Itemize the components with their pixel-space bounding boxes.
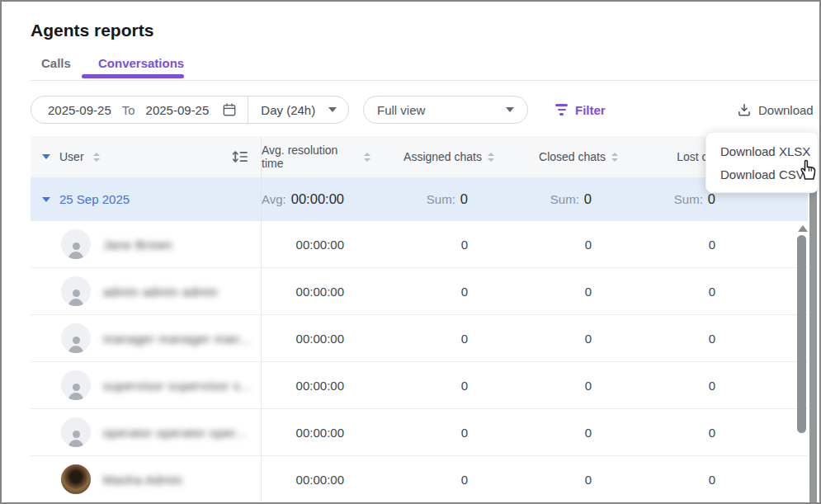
avg-resolution-time-cell: 00:00:00	[262, 426, 385, 440]
table-row: Masha Admin 00:00:00 0 0 0	[31, 456, 808, 503]
table-row: manager manager man... 00:00:00 0 0 0	[31, 315, 808, 362]
agents-table: User Avg. resolution time	[31, 136, 808, 503]
scroll-up-arrow-icon[interactable]	[798, 225, 808, 232]
avatar	[61, 370, 91, 400]
pill-divider	[248, 97, 248, 123]
avg-resolution-time-cell: 00:00:00	[262, 332, 385, 346]
download-icon	[737, 102, 752, 117]
agent-name-blurred: manager manager man...	[103, 332, 251, 346]
sum-value: 0	[584, 191, 592, 207]
sum-label: Sum:	[674, 192, 703, 206]
closed-chats-cell: 0	[509, 238, 633, 252]
avatar	[61, 229, 91, 259]
agent-name-blurred: admin admin admin	[103, 285, 218, 299]
chevron-down-icon	[506, 107, 514, 112]
column-header-user[interactable]: User	[31, 136, 262, 177]
collapse-group-icon[interactable]	[42, 197, 50, 202]
view-select[interactable]: Full view	[363, 96, 528, 124]
avg-resolution-time-cell: 00:00:00	[262, 285, 385, 299]
sum-label: Sum:	[427, 192, 455, 206]
avatar	[61, 276, 91, 306]
avg-resolution-time-cell: 00:00:00	[262, 473, 385, 487]
sort-icon	[364, 153, 370, 162]
agents-reports-window: Agents reports Calls Conversations 2025-…	[0, 0, 821, 504]
lost-chats-cell: 0	[633, 285, 757, 299]
avatar	[61, 417, 91, 447]
filter-label: Filter	[575, 103, 606, 117]
agent-name-blurred: supervisor supervisor s...	[103, 379, 252, 393]
date-group-summary-row: 25 Sep 2025 Avg: 00:00:00 Sum: 0 Sum: 0 …	[31, 177, 808, 221]
group-date: 25 Sep 2025	[59, 192, 130, 206]
table-header-row: User Avg. resolution time	[31, 136, 808, 177]
table-row: admin admin admin 00:00:00 0 0 0	[31, 268, 808, 315]
lost-chats-cell: 0	[633, 332, 757, 346]
closed-chats-cell: 0	[509, 332, 633, 346]
avatar	[61, 323, 91, 353]
agent-name-blurred: Masha Admin	[103, 473, 182, 487]
agent-name-blurred: operator operator oper...	[103, 426, 247, 440]
download-button[interactable]: Download	[737, 96, 814, 124]
date-from-value[interactable]: 2025-09-25	[48, 103, 111, 117]
row-density-icon[interactable]	[232, 150, 248, 163]
assigned-chats-cell: 0	[385, 285, 509, 299]
table-row: Jane Brown 00:00:00 0 0 0	[31, 221, 808, 268]
column-header-assigned-chats[interactable]: Assigned chats	[385, 150, 509, 163]
closed-chats-cell: 0	[509, 379, 633, 393]
lost-chats-cell: 0	[633, 379, 757, 393]
sum-value: 0	[460, 191, 468, 207]
menu-item-download-csv[interactable]: Download CSV	[706, 163, 818, 186]
assigned-chats-cell: 0	[385, 238, 509, 252]
column-header-closed-chats[interactable]: Closed chats	[509, 150, 633, 163]
download-label: Download	[758, 103, 814, 117]
page-title: Agents reports	[31, 21, 153, 40]
active-tab-indicator	[82, 74, 184, 78]
table-row: operator operator oper... 00:00:00 0 0 0	[31, 409, 808, 456]
assigned-chats-cell: 0	[385, 379, 509, 393]
collapse-group-icon[interactable]	[42, 154, 50, 159]
lost-chats-cell: 0	[633, 426, 757, 440]
tab-calls[interactable]: Calls	[41, 56, 71, 70]
closed-chats-cell: 0	[509, 473, 633, 487]
assigned-chats-cell: 0	[385, 473, 509, 487]
avg-resolution-time-cell: 00:00:00	[262, 379, 385, 393]
tab-conversations[interactable]: Conversations	[98, 56, 184, 70]
table-scrollbar-thumb[interactable]	[797, 235, 806, 433]
avg-value: 00:00:00	[291, 191, 344, 207]
column-label: User	[59, 150, 84, 163]
column-label: Avg. resolution time	[262, 144, 358, 170]
column-header-avg-resolution-time[interactable]: Avg. resolution time	[262, 144, 385, 170]
menu-item-download-xlsx[interactable]: Download XLSX	[706, 139, 818, 163]
column-label: Closed chats	[539, 150, 606, 163]
chevron-down-icon	[328, 107, 337, 112]
filter-button[interactable]: Filter	[555, 96, 606, 124]
closed-chats-cell: 0	[509, 426, 633, 440]
table-row: supervisor supervisor s... 00:00:00 0 0 …	[31, 362, 808, 409]
lost-chats-cell: 0	[633, 238, 757, 252]
agent-name-blurred: Jane Brown	[103, 238, 172, 252]
tabs-divider	[31, 80, 819, 81]
sort-icon	[488, 153, 494, 162]
calendar-icon[interactable]	[222, 102, 237, 117]
avg-label: Avg:	[262, 192, 286, 206]
assigned-chats-cell: 0	[385, 332, 509, 346]
date-to-label: To	[122, 103, 135, 117]
interval-select[interactable]: Day (24h)	[261, 103, 315, 117]
filter-icon	[555, 104, 568, 115]
date-range-picker[interactable]: 2025-09-25 To 2025-09-25 Day (24h)	[31, 96, 349, 124]
assigned-chats-cell: 0	[385, 426, 509, 440]
closed-chats-cell: 0	[509, 285, 633, 299]
column-label: Assigned chats	[403, 150, 482, 163]
sum-value: 0	[708, 191, 715, 207]
date-to-value[interactable]: 2025-09-25	[146, 103, 210, 117]
sum-label: Sum:	[550, 192, 579, 206]
avg-resolution-time-cell: 00:00:00	[262, 238, 385, 252]
download-menu: Download XLSX Download CSV	[705, 132, 819, 193]
sort-icon	[93, 153, 100, 162]
sort-icon	[611, 153, 618, 162]
avatar-photo	[61, 464, 91, 494]
lost-chats-cell: 0	[633, 473, 757, 487]
view-select-value: Full view	[377, 103, 425, 117]
